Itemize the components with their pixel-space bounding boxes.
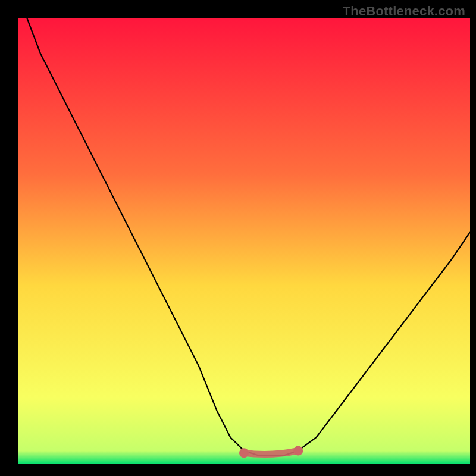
gradient-background [18,18,470,464]
optimal-range-start-marker [240,449,248,457]
watermark: TheBottleneck.com [343,4,465,19]
bottleneck-chart [18,18,470,464]
optimal-range-band [244,451,298,455]
optimal-range-end-marker [294,447,302,455]
